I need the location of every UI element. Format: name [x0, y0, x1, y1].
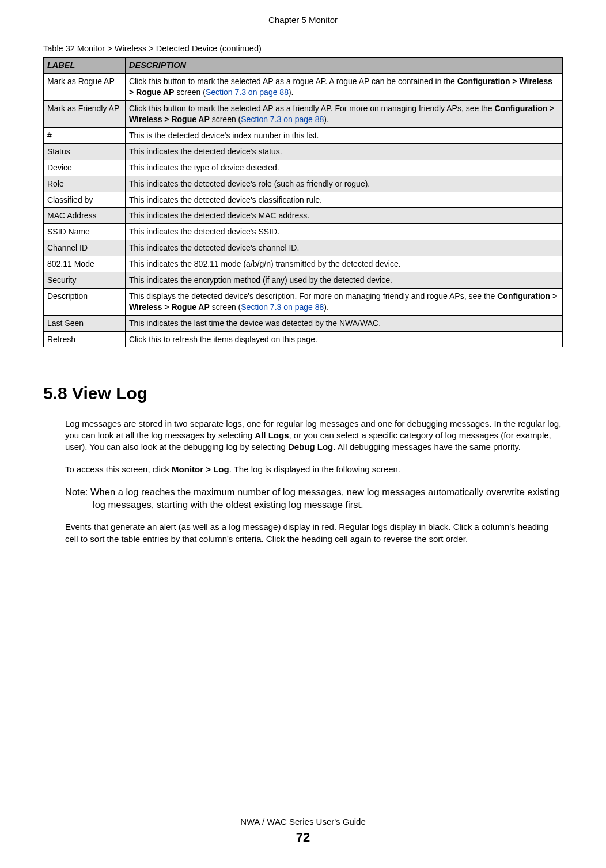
table-row: Channel IDThis indicates the detected de…	[44, 240, 563, 256]
paragraph-2: To access this screen, click Monitor > L…	[65, 464, 563, 475]
detected-device-table: LABEL DESCRIPTION Mark as Rogue APClick …	[43, 57, 563, 348]
table-row: RoleThis indicates the detected device's…	[44, 176, 563, 192]
cell-label: Channel ID	[44, 240, 126, 256]
desc-text: Click this to refresh the items displaye…	[129, 335, 317, 344]
note-block: Note: When a log reaches the maximum num…	[65, 486, 563, 511]
section-body: Log messages are stored in two separate …	[65, 418, 563, 545]
cell-description: This indicates the encryption method (if…	[126, 272, 563, 288]
desc-text: This indicates the detected device's SSI…	[129, 227, 279, 236]
cell-description: This is the detected device's index numb…	[126, 127, 563, 143]
desc-text: ).	[289, 88, 294, 97]
cell-description: This indicates the 802.11 mode (a/b/g/n)…	[126, 256, 563, 272]
cell-description: This indicates the detected device's cha…	[126, 240, 563, 256]
cross-reference-link[interactable]: Section 7.3 on page 88	[241, 115, 324, 124]
desc-text: This indicates the detected device's MAC…	[129, 211, 309, 220]
desc-text: screen (	[210, 302, 241, 312]
cell-label: 802.11 Mode	[44, 256, 126, 272]
table-row: Mark as Rogue APClick this button to mar…	[44, 74, 563, 101]
cell-label: #	[44, 127, 126, 143]
cell-description: Click this to refresh the items displaye…	[126, 331, 563, 347]
footer-title: NWA / WAC Series User's Guide	[0, 816, 606, 828]
desc-text: This indicates the detected device's cla…	[129, 195, 322, 204]
p2-text-pre: To access this screen, click	[65, 464, 172, 474]
desc-text: This is the detected device's index numb…	[129, 131, 319, 140]
cell-description: Click this button to mark the selected A…	[126, 74, 563, 101]
cell-label: Mark as Rogue AP	[44, 74, 126, 101]
page-footer: NWA / WAC Series User's Guide 72	[0, 816, 606, 846]
cell-label: Mark as Friendly AP	[44, 101, 126, 128]
cell-description: This indicates the type of device detect…	[126, 160, 563, 176]
cell-description: This indicates the detected device's sta…	[126, 143, 563, 160]
desc-text: Click this button to mark the selected A…	[129, 77, 457, 86]
desc-text: screen (	[174, 88, 205, 97]
cell-label: Classified by	[44, 192, 126, 208]
table-row: Mark as Friendly APClick this button to …	[44, 101, 563, 128]
cell-description: This indicates the detected device's rol…	[126, 176, 563, 192]
table-row: Classified byThis indicates the detected…	[44, 192, 563, 208]
desc-text: This displays the detected device's desc…	[129, 291, 497, 301]
chapter-header: Chapter 5 Monitor	[43, 14, 563, 26]
desc-text: ).	[324, 302, 329, 312]
cell-description: Click this button to mark the selected A…	[126, 101, 563, 128]
cell-label: Description	[44, 288, 126, 315]
cell-label: MAC Address	[44, 208, 126, 224]
table-header-label: LABEL	[44, 57, 126, 74]
p2-bold-monitor-log: Monitor > Log	[172, 464, 229, 474]
cell-label: SSID Name	[44, 224, 126, 240]
table-row: RefreshClick this to refresh the items d…	[44, 331, 563, 347]
desc-text: This indicates the 802.11 mode (a/b/g/n)…	[129, 259, 401, 268]
cell-label: Role	[44, 176, 126, 192]
cell-description: This displays the detected device's desc…	[126, 288, 563, 315]
footer-page-number: 72	[0, 829, 606, 846]
p2-text-post: . The log is displayed in the following …	[229, 464, 400, 474]
table-row: DescriptionThis displays the detected de…	[44, 288, 563, 315]
table-row: StatusThis indicates the detected device…	[44, 143, 563, 160]
cell-label: Device	[44, 160, 126, 176]
desc-text: This indicates the type of device detect…	[129, 163, 279, 172]
table-row: MAC AddressThis indicates the detected d…	[44, 208, 563, 224]
cross-reference-link[interactable]: Section 7.3 on page 88	[241, 302, 324, 312]
cross-reference-link[interactable]: Section 7.3 on page 88	[206, 88, 289, 97]
desc-text: Click this button to mark the selected A…	[129, 104, 494, 113]
table-caption: Table 32 Monitor > Wireless > Detected D…	[43, 43, 563, 55]
p1-bold-debug-log: Debug Log	[288, 442, 333, 452]
cell-label: Security	[44, 272, 126, 288]
desc-text: This indicates the detected device's rol…	[129, 179, 370, 188]
table-header-desc: DESCRIPTION	[126, 57, 563, 74]
table-row: SecurityThis indicates the encryption me…	[44, 272, 563, 288]
cell-description: This indicates the detected device's cla…	[126, 192, 563, 208]
paragraph-1: Log messages are stored in two separate …	[65, 418, 563, 453]
section-heading: 5.8 View Log	[43, 382, 563, 405]
p1-text-post: . All debugging messages have the same p…	[333, 442, 521, 452]
table-row: Last SeenThis indicates the last time th…	[44, 315, 563, 331]
table-row: #This is the detected device's index num…	[44, 127, 563, 143]
paragraph-3: Events that generate an alert (as well a…	[65, 521, 563, 545]
table-row: 802.11 ModeThis indicates the 802.11 mod…	[44, 256, 563, 272]
desc-text: This indicates the detected device's cha…	[129, 243, 299, 252]
desc-text: This indicates the encryption method (if…	[129, 275, 392, 285]
cell-description: This indicates the detected device's SSI…	[126, 224, 563, 240]
cell-label: Status	[44, 143, 126, 160]
p1-bold-all-logs: All Logs	[255, 430, 289, 440]
cell-description: This indicates the last time the device …	[126, 315, 563, 331]
table-row: DeviceThis indicates the type of device …	[44, 160, 563, 176]
table-row: SSID NameThis indicates the detected dev…	[44, 224, 563, 240]
cell-description: This indicates the detected device's MAC…	[126, 208, 563, 224]
desc-text: This indicates the detected device's sta…	[129, 147, 282, 156]
desc-text: screen (	[210, 115, 241, 124]
desc-text: This indicates the last time the device …	[129, 319, 381, 328]
cell-label: Refresh	[44, 331, 126, 347]
desc-text: ).	[324, 115, 329, 124]
cell-label: Last Seen	[44, 315, 126, 331]
